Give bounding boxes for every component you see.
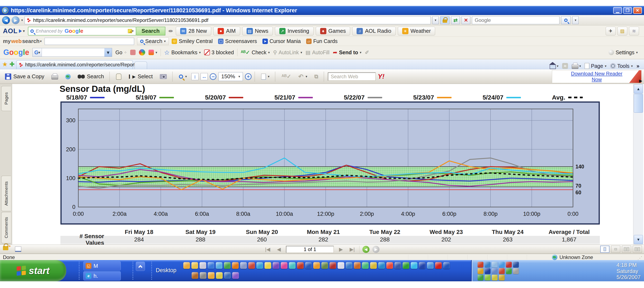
quick-launch-icon[interactable] [386, 262, 393, 269]
url-input[interactable] [33, 17, 428, 23]
download-reader-link-now[interactable]: Now [592, 77, 602, 82]
mws-search-button[interactable]: Search ▾ [137, 38, 169, 45]
mws-link-smiley-central[interactable]: ☺Smiley Central [172, 38, 213, 44]
tray-icon[interactable] [492, 262, 498, 267]
tray-icon[interactable] [513, 262, 519, 267]
refresh-button[interactable]: ⇄ [451, 16, 460, 24]
mws-link-cursor-mania[interactable]: ➤Cursor Mania [262, 38, 301, 44]
aol-button-investing[interactable]: ↗Investing [275, 27, 314, 36]
quick-launch-icon[interactable] [256, 262, 263, 269]
search-box[interactable] [472, 16, 560, 24]
autofill-button[interactable]: ▤AutoFill [306, 50, 330, 56]
task-button-1[interactable]: ◱ M [83, 261, 121, 270]
select-tool-button[interactable]: I▶Select [126, 72, 155, 82]
quick-launch-icon[interactable] [443, 262, 450, 269]
restore-button[interactable]: ❐ [623, 7, 632, 14]
aol-search-dropdown-icon[interactable]: ▾ [132, 29, 134, 33]
quick-launch-icon[interactable] [264, 262, 271, 269]
quick-launch-icon[interactable] [411, 262, 418, 269]
aol-button-aol-radio[interactable]: ♫AOL Radio [352, 27, 396, 36]
quick-launch-icon[interactable] [435, 262, 442, 269]
download-reader-link[interactable]: Download New Reader [571, 71, 622, 77]
undo-disabled-button[interactable]: ↶▾ [296, 72, 310, 82]
search-web-input[interactable]: Search Web [328, 72, 376, 81]
new-tab-button[interactable] [134, 62, 147, 69]
quick-launch-icon[interactable] [216, 272, 223, 279]
url-dropdown-button[interactable]: ▾ [432, 16, 439, 24]
sidebar-tab-comments[interactable]: Comments [1, 212, 11, 243]
aol-folder-icon[interactable]: ▨ [617, 27, 627, 36]
task-button-2[interactable]: e h. [83, 271, 121, 280]
minimize-button[interactable]: ▁ [613, 7, 622, 14]
send-to-button[interactable]: ➦Send to▾ [333, 49, 362, 56]
quick-launch-icon[interactable] [208, 262, 214, 269]
quick-launch-icon[interactable] [216, 262, 222, 269]
last-page-button[interactable]: ▶| [348, 246, 356, 252]
copy-pages-disabled-button[interactable]: ⧉ [312, 72, 321, 82]
favorites-icon[interactable]: ★ [2, 61, 8, 68]
quick-launch-icon[interactable] [200, 262, 206, 269]
close-button[interactable]: ✕ [633, 7, 642, 14]
book-view-button[interactable] [633, 246, 642, 253]
reader-toolbar-overflow-icon[interactable]: ▶ [639, 78, 642, 83]
quick-launch-icon[interactable] [273, 262, 279, 269]
quick-launch-icon[interactable] [281, 262, 288, 269]
aol-button-aim[interactable]: ●AIM [213, 27, 240, 36]
quick-launch-icon[interactable] [224, 272, 231, 279]
page-indicator-input[interactable] [286, 246, 334, 253]
history-dropdown-icon[interactable]: ▾ [21, 18, 23, 22]
popup-blocker-button[interactable]: 3 blocked [204, 50, 234, 56]
aol-search-field[interactable]: Enhanced by Google ▾ [28, 27, 136, 36]
home-button[interactable]: ▾ [550, 63, 558, 69]
aol-logo[interactable]: AOL ▾ [3, 27, 25, 35]
mws-link-fun-cards[interactable]: ▱Fun Cards [306, 38, 338, 44]
page-menu-button[interactable]: Page▾ [585, 63, 606, 69]
chevron-up-button[interactable] [136, 262, 145, 271]
google-g-icon[interactable]: G▾ [33, 48, 42, 57]
tools-menu-button[interactable]: Tools▾ [610, 63, 633, 69]
email-button[interactable] [63, 72, 73, 82]
tray-icon[interactable] [499, 262, 505, 267]
tray-icon[interactable] [492, 268, 498, 274]
next-view-button[interactable]: ▶ [372, 246, 380, 253]
add-favorite-icon[interactable]: ✚ [9, 61, 14, 68]
toolbar-splitter-icon[interactable]: ⇹ [168, 28, 173, 34]
autolink-button[interactable]: ⚲AutoLink▾ [273, 50, 302, 56]
print-button[interactable] [49, 72, 60, 82]
quick-launch-icon[interactable] [354, 262, 360, 269]
quick-launch-icon[interactable] [208, 272, 214, 279]
aol-compose-icon[interactable]: ✈ [606, 27, 616, 36]
tray-icon[interactable] [513, 268, 519, 274]
tray-icon[interactable] [478, 268, 484, 274]
aol-menu-dropdown-icon[interactable]: ▾ [23, 29, 25, 33]
vertical-scrollbar[interactable]: ▲ ▼ [633, 84, 643, 245]
quick-launch-icon[interactable] [248, 262, 255, 269]
desktop-toolbar-label[interactable]: Desktop [156, 267, 176, 273]
scroll-down-icon[interactable]: ▼ [634, 235, 643, 244]
tray-icon[interactable] [506, 262, 512, 267]
taskbar-handle[interactable] [151, 262, 152, 280]
google-search-input[interactable] [42, 50, 104, 55]
taskbar-handle[interactable] [132, 262, 133, 280]
quick-launch-icon[interactable] [427, 262, 434, 269]
quick-launch-icon[interactable] [419, 262, 426, 269]
quick-launch-icon[interactable] [338, 262, 344, 269]
tray-icon[interactable] [499, 275, 505, 280]
tray-clock[interactable]: 4:18 PM Saturday 5/26/2007 [616, 262, 641, 280]
search-input[interactable] [475, 17, 557, 23]
taskbar-handle[interactable] [79, 262, 80, 280]
aol-button-weather[interactable]: ☀Weather [398, 27, 435, 36]
spellcheck-button[interactable]: ᴬᴮ✓Check▾ [241, 50, 270, 56]
highlight-pen-icon[interactable]: ✐ [365, 50, 369, 56]
active-tab[interactable]: https://carelink.minimed.com/reporter/se… [16, 60, 133, 69]
tray-icon[interactable] [485, 275, 490, 280]
google-search-dropdown-icon[interactable]: ▾ [104, 48, 112, 57]
mws-dropdown-icon[interactable]: ▾ [40, 39, 42, 43]
quick-launch-icon[interactable] [370, 262, 377, 269]
quick-launch-icon[interactable] [346, 262, 352, 269]
zoom-out-button[interactable]: − [210, 73, 216, 80]
aol-button-28-new[interactable]: ✉28 New [176, 27, 211, 36]
tray-icon[interactable] [499, 268, 505, 274]
google-orkut-icon[interactable]: ▾ [148, 50, 157, 55]
back-button[interactable]: ◀ [2, 16, 10, 24]
